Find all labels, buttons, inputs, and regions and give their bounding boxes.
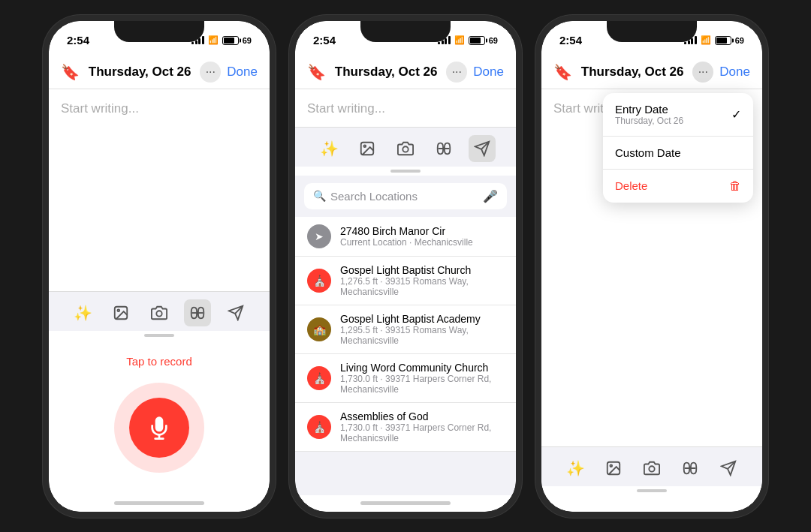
menu-item-entry-date-content: Entry Date Thursday, Oct 26 [615, 103, 683, 126]
status-time-1: 2:54 [67, 34, 89, 47]
location-icon-1 [228, 305, 244, 321]
status-icons-1: 📶 69 [191, 35, 252, 45]
image-icon-2 [359, 140, 375, 157]
bookmark-icon-2[interactable]: 🔖 [307, 63, 326, 81]
menu-item-custom-date[interactable]: Custom Date [603, 137, 753, 170]
toolbar-indicator-1 [144, 334, 174, 337]
more-button-3[interactable]: ··· [692, 62, 713, 83]
toolbar-3-container: ✨ [541, 446, 762, 495]
menu-custom-date-label: Custom Date [615, 146, 681, 159]
toolbar-camera-1[interactable] [146, 299, 173, 326]
toolbar-magic-1[interactable]: ✨ [69, 299, 96, 326]
svg-point-1 [118, 309, 120, 311]
search-icon: 🔍 [313, 190, 326, 202]
bookmark-icon-1[interactable]: 🔖 [61, 63, 80, 81]
header-title-1: Thursday, Oct 26 [89, 65, 191, 80]
search-input[interactable]: Search Locations [330, 190, 478, 203]
status-time-2: 2:54 [313, 34, 336, 47]
toolbar-audio-3[interactable] [677, 455, 704, 482]
list-item[interactable]: ⛪ Assemblies of God 1,730.0 ft · 39371 H… [295, 403, 516, 452]
mic-icon [147, 416, 171, 440]
location-panel: 🔍 Search Locations 🎤 ➤ 27480 Birch Manor… [295, 176, 516, 495]
battery-pct-2: 69 [489, 36, 498, 45]
current-location-icon: ➤ [307, 224, 331, 248]
home-indicator-2 [295, 495, 516, 512]
header-left-1: 🔖 [61, 63, 80, 81]
location-name-1: Gospel Light Baptist Church [340, 264, 504, 276]
tap-to-record-text: Tap to record [126, 355, 192, 368]
record-area-1: Tap to record [49, 340, 270, 495]
location-info-1: Gospel Light Baptist Church 1,276.5 ft ·… [340, 264, 504, 297]
dropdown-menu: Entry Date Thursday, Oct 26 ✓ Custom Dat… [603, 93, 753, 203]
location-detail-1: 1,276.5 ft · 39315 Romans Way, Mechanics… [340, 276, 504, 297]
more-button-1[interactable]: ··· [200, 62, 221, 83]
toolbar-magic-3[interactable]: ✨ [562, 455, 589, 482]
toolbar-camera-3[interactable] [638, 455, 665, 482]
svg-point-2 [156, 311, 161, 316]
svg-point-12 [649, 466, 654, 471]
location-name-0: 27480 Birch Manor Cir [340, 225, 504, 237]
toolbar-location-3[interactable] [715, 455, 742, 482]
header-right-2: ··· Done [446, 62, 504, 83]
mic-button-outer[interactable] [114, 383, 204, 473]
church-icon-3: ⛪ [307, 366, 331, 390]
toolbar-camera-2[interactable] [392, 135, 419, 162]
mic-button-inner[interactable] [129, 398, 189, 458]
battery-icon-1 [222, 36, 239, 45]
toolbar-location-1[interactable] [222, 299, 249, 326]
writing-area-1[interactable]: Start writing... [49, 89, 270, 291]
battery-icon-2 [469, 36, 485, 45]
header-right-3: ··· Done [692, 62, 750, 83]
toolbar-magic-2[interactable]: ✨ [315, 135, 342, 162]
location-info-2: Gospel Light Baptist Academy 1,295.5 ft … [340, 313, 504, 346]
phone-1: 2:54 📶 69 🔖 [43, 15, 276, 518]
audio-icon-2 [436, 140, 452, 157]
list-item[interactable]: 🏫 Gospel Light Baptist Academy 1,295.5 f… [295, 305, 516, 354]
done-button-3[interactable]: Done [719, 65, 750, 80]
writing-area-2[interactable]: Start writing... [295, 89, 516, 127]
toolbar-audio-2[interactable] [430, 135, 457, 162]
location-info-4: Assemblies of God 1,730.0 ft · 39371 Har… [340, 410, 504, 443]
notch-1 [114, 21, 204, 42]
list-item[interactable]: ⛪ Living Word Community Church 1,730.0 f… [295, 354, 516, 403]
audio-icon-3 [682, 460, 698, 476]
notch-2 [360, 21, 451, 42]
header-left-2: 🔖 [307, 63, 326, 81]
done-button-2[interactable]: Done [473, 65, 504, 80]
svg-point-8 [402, 146, 408, 152]
menu-delete-label: Delete [615, 179, 647, 192]
church-icon-1: ⛪ [307, 269, 331, 293]
menu-entry-date-label: Entry Date [615, 103, 683, 116]
toolbar-image-1[interactable] [107, 299, 134, 326]
camera-icon-2 [397, 140, 414, 157]
battery-pct-1: 69 [243, 36, 252, 45]
location-icon-3 [720, 460, 737, 476]
writing-placeholder-2: Start writing... [307, 101, 385, 116]
done-button-1[interactable]: Done [227, 65, 258, 80]
toolbar-location-2[interactable] [469, 135, 496, 162]
camera-icon-1 [151, 305, 167, 321]
wifi-icon-2: 📶 [454, 35, 465, 45]
header-left-3: 🔖 [553, 63, 572, 81]
list-item[interactable]: ➤ 27480 Birch Manor Cir Current Location… [295, 217, 516, 257]
toolbar-image-3[interactable] [600, 455, 627, 482]
header-title-3: Thursday, Oct 26 [581, 65, 684, 80]
toolbar-indicator-2 [390, 170, 421, 173]
search-mic-icon[interactable]: 🎤 [483, 189, 498, 203]
writing-placeholder-1: Start writing... [61, 101, 139, 116]
location-name-2: Gospel Light Baptist Academy [340, 313, 504, 325]
journal-header-1: 🔖 Thursday, Oct 26 ··· Done [49, 54, 270, 89]
notch-3 [607, 21, 697, 42]
toolbar-audio-1[interactable] [184, 299, 211, 326]
menu-item-entry-date[interactable]: Entry Date Thursday, Oct 26 ✓ [603, 93, 753, 137]
more-button-2[interactable]: ··· [446, 62, 467, 83]
bookmark-icon-3[interactable]: 🔖 [553, 63, 572, 81]
menu-item-delete[interactable]: Delete 🗑 [603, 170, 753, 203]
journal-header-3: 🔖 Thursday, Oct 26 ··· Done [541, 54, 762, 89]
list-item[interactable]: ⛪ Gospel Light Baptist Church 1,276.5 ft… [295, 257, 516, 305]
phone-2: 2:54 📶 69 🔖 [289, 15, 522, 518]
phones-container: 2:54 📶 69 🔖 [43, 15, 768, 518]
search-bar[interactable]: 🔍 Search Locations 🎤 [304, 183, 507, 209]
location-detail-4: 1,730.0 ft · 39371 Harpers Corner Rd, Me… [340, 422, 504, 443]
toolbar-image-2[interactable] [354, 135, 381, 162]
